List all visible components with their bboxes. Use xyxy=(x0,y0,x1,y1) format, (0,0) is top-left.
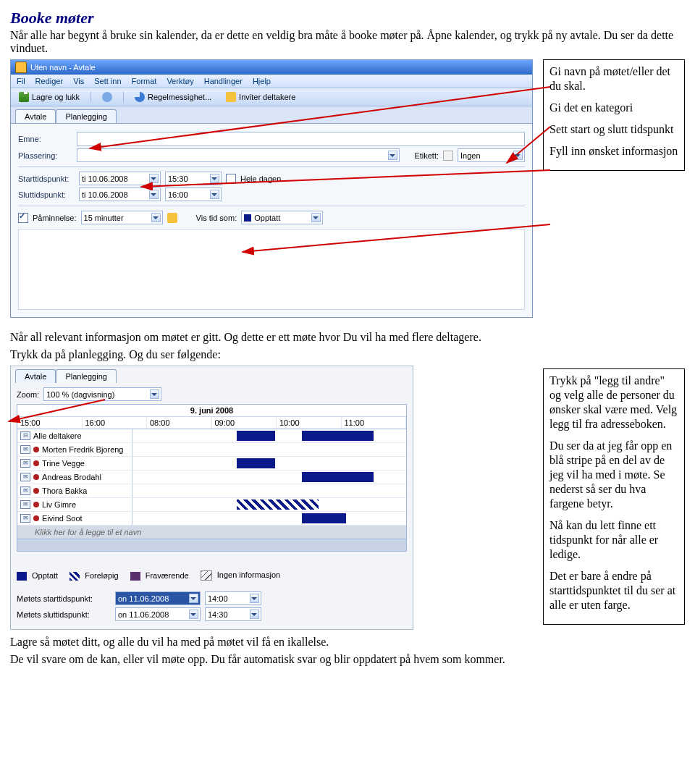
notes-textarea[interactable] xyxy=(18,229,525,310)
menu-fil[interactable]: Fil xyxy=(15,76,27,86)
label-mslutt: Møtets sluttidspunkt: xyxy=(17,610,111,619)
label-slutt: Sluttidspunkt: xyxy=(18,190,75,199)
meeting-end-time[interactable]: 14:30 xyxy=(205,607,261,621)
time-col: 08:00 xyxy=(147,417,212,429)
label-mstart: Møtets starttidspunkt: xyxy=(17,594,111,603)
window-title: Uten navn - Avtale xyxy=(30,63,96,72)
invite-button[interactable]: Inviter deltakere xyxy=(222,90,299,104)
page-title: Booke møter xyxy=(10,9,685,28)
callout1-p1: Gi navn på møtet/eller det du skal. xyxy=(549,64,678,93)
required-dot-icon xyxy=(33,502,39,507)
meeting-end-date[interactable]: on 11.06.2008 xyxy=(115,607,201,621)
meeting-start-date[interactable]: on 11.06.2008 xyxy=(115,591,201,605)
share-icon xyxy=(102,92,112,102)
heledagen-checkbox[interactable] xyxy=(226,174,236,184)
attendee-row: ✉ Eivind Soot xyxy=(17,512,406,526)
recurrence-icon xyxy=(135,92,145,102)
legend-opptatt-swatch xyxy=(17,572,27,581)
share-button[interactable] xyxy=(98,90,116,104)
legend-fravarende-swatch xyxy=(130,572,140,581)
required-dot-icon xyxy=(33,460,39,466)
save-close-button[interactable]: Lagre og lukk xyxy=(15,90,83,104)
time-col: 15:00 xyxy=(17,417,83,429)
attendee-name: Eivind Soot xyxy=(42,514,83,523)
attendee-row: ⊟ Alle deltakere xyxy=(17,429,406,443)
attendee-row: ✉ Thora Bakka xyxy=(17,484,406,498)
menu-handlinger[interactable]: Handlinger xyxy=(203,76,244,86)
callout1-p2: Gi det en kategori xyxy=(549,101,678,115)
tab-avtale[interactable]: Avtale xyxy=(15,109,56,123)
menu-vis[interactable]: Vis xyxy=(72,76,85,86)
label-vistid: Vis tid som: xyxy=(196,214,237,222)
paminnelse-checkbox[interactable] xyxy=(18,213,28,223)
label-emne: Emne: xyxy=(18,135,72,143)
time-col: 11:00 xyxy=(342,417,407,429)
tail-p1: Lagre så møtet ditt, og alle du vil ha m… xyxy=(10,636,685,649)
callout-box-1: Gi navn på møtet/eller det du skal. Gi d… xyxy=(543,59,685,171)
tail-p2: De vil svare om de kan, eller vil møte o… xyxy=(10,653,685,666)
legend: Opptatt Foreløpig Fraværende Ingen infor… xyxy=(11,552,413,586)
tabstrip2: Avtale Planlegging xyxy=(11,366,413,383)
window-titlebar: Uten navn - Avtale xyxy=(11,60,532,75)
menu-rediger[interactable]: Rediger xyxy=(34,76,65,86)
recurrence-button[interactable]: Regelmessighet... xyxy=(131,90,215,104)
zoom-select[interactable]: 100 % (dagvisning) xyxy=(43,387,161,401)
bell-icon[interactable] xyxy=(167,213,177,223)
callout2-p4: Det er bare å endre på starttidspunktet … xyxy=(549,569,678,612)
save-icon xyxy=(19,92,29,102)
menu-verktoy[interactable]: Verktøy xyxy=(165,76,195,86)
attendee-row: ✉ Trine Vegge xyxy=(17,457,406,471)
attendee-name: Liv Gimre xyxy=(42,500,76,509)
start-time-select[interactable]: 15:30 xyxy=(165,172,222,185)
callout2-p2: Du ser da at jeg får opp en blå stripe p… xyxy=(549,439,678,511)
tab-planlegging[interactable]: Planlegging xyxy=(56,109,117,123)
required-dot-icon xyxy=(33,474,39,480)
attendee-row: ✉ Andreas Brodahl xyxy=(17,471,406,484)
add-attendee-row[interactable]: Klikk her for å legge til et navn xyxy=(17,526,406,539)
callout-box-2: Trykk på "legg til andre" og velg alle d… xyxy=(543,368,685,625)
attendee-name: Thora Bakka xyxy=(42,486,87,495)
mail-icon: ✉ xyxy=(20,514,30,523)
mid-p2: Trykk da på planlegging. Og du ser følge… xyxy=(10,348,685,361)
legend-opptatt: Opptatt xyxy=(32,571,58,580)
scheduling-grid: ⊟ Alle deltakere ✉ Morten Fredrik Bjoren… xyxy=(17,429,407,552)
plassering-input[interactable] xyxy=(77,148,400,162)
mail-icon: ✉ xyxy=(20,445,30,454)
etikett-colorbox[interactable] xyxy=(443,151,453,161)
separator-icon xyxy=(90,92,91,102)
menu-format[interactable]: Format xyxy=(130,76,159,86)
menu-settinn[interactable]: Sett inn xyxy=(93,76,122,86)
start-date-select[interactable]: ti 10.06.2008 xyxy=(79,172,161,185)
menu-hjelp[interactable]: Hjelp xyxy=(251,76,272,86)
row-toggle-icon[interactable]: ⊟ xyxy=(20,431,30,440)
time-col: 09:00 xyxy=(212,417,277,429)
label-paminnelse: Påminnelse: xyxy=(33,214,77,222)
scheduling-window: Avtale Planlegging Zoom: 100 % (dagvisni… xyxy=(10,366,413,630)
intro-text: Når alle har begynt å bruke sin kalender… xyxy=(10,29,685,55)
attendee-name: Trine Vegge xyxy=(42,459,85,468)
attendee-row: ✉ Morten Fredrik Bjoreng xyxy=(17,443,406,457)
etikett-select[interactable]: Ingen xyxy=(458,148,525,162)
toolbar: Lagre og lukk Regelmessighet... Inviter … xyxy=(11,88,532,106)
end-date-select[interactable]: ti 10.06.2008 xyxy=(79,187,161,201)
paminnelse-select[interactable]: 15 minutter xyxy=(81,211,163,224)
callout1-p3: Sett start og slutt tidspunkt xyxy=(549,122,678,137)
meeting-start-time[interactable]: 14:00 xyxy=(205,591,261,605)
tab2-avtale[interactable]: Avtale xyxy=(15,369,56,383)
label-heledagen: Hele dagen xyxy=(240,174,281,183)
label-zoom: Zoom: xyxy=(17,390,39,399)
separator-icon xyxy=(123,92,124,102)
menubar: Fil Rediger Vis Sett inn Format Verktøy … xyxy=(11,75,532,88)
tab2-planlegging[interactable]: Planlegging xyxy=(56,369,117,383)
required-dot-icon xyxy=(33,447,39,452)
time-col: 16:00 xyxy=(83,417,148,429)
emne-input[interactable] xyxy=(77,132,525,146)
legend-forelopig: Foreløpig xyxy=(85,571,118,580)
save-close-label: Lagre og lukk xyxy=(32,93,80,101)
end-time-select[interactable]: 16:00 xyxy=(165,187,222,201)
mail-icon: ✉ xyxy=(20,473,30,481)
vistid-select[interactable]: Opptatt xyxy=(241,211,323,224)
vistid-value: Opptatt xyxy=(254,214,280,222)
tabstrip: Avtale Planlegging xyxy=(11,106,532,123)
label-start: Starttidspunkt: xyxy=(18,174,75,183)
